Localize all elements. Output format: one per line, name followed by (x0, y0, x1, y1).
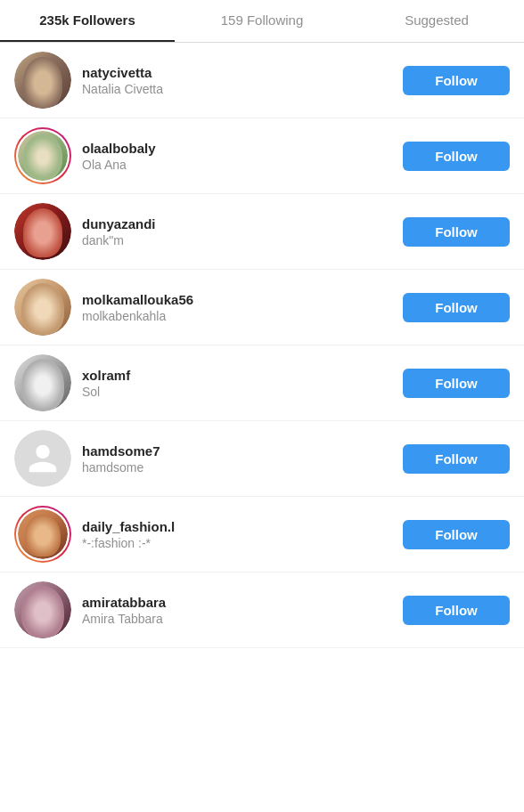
user-info: molkamallouka56 molkabenkahla (71, 292, 403, 323)
user-info: xolramf Sol (71, 368, 403, 399)
avatar (14, 127, 71, 184)
full-name: Natalia Civetta (82, 82, 392, 96)
tab-suggested[interactable]: Suggested (349, 0, 524, 42)
username: dunyazandi (82, 216, 392, 231)
avatar (14, 279, 71, 336)
follow-button[interactable]: Follow (403, 217, 510, 247)
full-name: dank"m (82, 233, 392, 248)
full-name: Ola Ana (82, 158, 392, 172)
user-info: daily_fashion.l *-:fashion :-* (71, 519, 403, 550)
username: amiratabbara (82, 595, 392, 610)
username: daily_fashion.l (82, 519, 392, 534)
user-row: dunyazandi dank"m Follow (0, 194, 524, 270)
username: natycivetta (82, 65, 392, 80)
follow-button[interactable]: Follow (403, 142, 510, 171)
follow-button[interactable]: Follow (403, 66, 510, 95)
user-row: xolramf Sol Follow (0, 345, 524, 421)
full-name: *-:fashion :-* (82, 536, 392, 550)
follow-button[interactable]: Follow (403, 444, 510, 474)
username: molkamallouka56 (82, 292, 392, 307)
avatar (14, 430, 71, 487)
user-info: amiratabbara Amira Tabbara (71, 595, 403, 626)
user-info: olaalbobaly Ola Ana (71, 141, 403, 172)
user-row: daily_fashion.l *-:fashion :-* Follow (0, 497, 524, 572)
username: xolramf (82, 368, 392, 383)
full-name: Sol (82, 385, 392, 399)
user-row: natycivetta Natalia Civetta Follow (0, 43, 524, 118)
full-name: molkabenkahla (82, 309, 392, 323)
follow-button[interactable]: Follow (403, 596, 510, 625)
user-row: molkamallouka56 molkabenkahla Follow (0, 270, 524, 345)
user-list: natycivetta Natalia Civetta Follow olaal… (0, 43, 524, 648)
full-name: Amira Tabbara (82, 612, 392, 626)
follow-button[interactable]: Follow (403, 369, 510, 398)
full-name: hamdsome (82, 460, 392, 475)
user-info: dunyazandi dank"m (71, 216, 403, 248)
tab-followers[interactable]: 235k Followers (0, 0, 175, 42)
avatar (14, 52, 71, 109)
user-info: hamdsome7 hamdsome (71, 443, 403, 475)
username: hamdsome7 (82, 443, 392, 459)
user-row: amiratabbara Amira Tabbara Follow (0, 572, 524, 648)
follow-button[interactable]: Follow (403, 520, 510, 549)
follow-button[interactable]: Follow (403, 293, 510, 322)
avatar (14, 354, 71, 411)
user-row: hamdsome7 hamdsome Follow (0, 421, 524, 497)
tabs-container: 235k Followers159 FollowingSuggested (0, 0, 524, 43)
user-info: natycivetta Natalia Civetta (71, 65, 403, 96)
avatar (14, 203, 71, 260)
avatar (14, 506, 71, 563)
user-row: olaalbobaly Ola Ana Follow (0, 118, 524, 194)
tab-following[interactable]: 159 Following (175, 0, 349, 42)
username: olaalbobaly (82, 141, 392, 156)
avatar (14, 581, 71, 638)
